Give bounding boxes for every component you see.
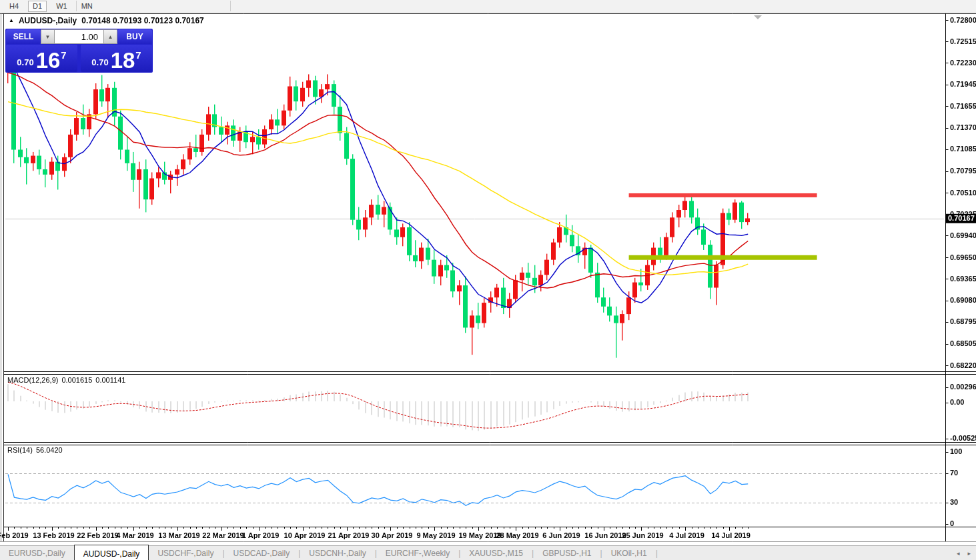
buy-price-pips: 18 — [111, 50, 135, 71]
buy-price-prefix: 0.70 — [91, 57, 108, 67]
chart-tabs: EURUSD-,DailyAUDUSD-,DailyUSDCHF-,Daily|… — [0, 546, 658, 560]
chart-canvas[interactable] — [0, 0, 976, 560]
tabs-scroll-left-button[interactable]: ◂ — [957, 550, 960, 557]
buy-button[interactable]: BUY — [117, 29, 152, 44]
tab-audusd-daily[interactable]: AUDUSD-,Daily — [74, 545, 149, 560]
timeframe-button-w1[interactable]: W1 — [51, 1, 72, 12]
volume-increase-button[interactable]: ▲ — [103, 29, 117, 44]
timeframe-button-mn[interactable]: MN — [77, 1, 97, 12]
tab-xauusd-m15[interactable]: XAUUSD-,M15 — [460, 546, 532, 560]
tab-eurchf-weekly[interactable]: EURCHF-,Weekly — [377, 546, 458, 560]
tab-eurusd-daily[interactable]: EURUSD-,Daily — [0, 546, 74, 560]
sell-price-point: 7 — [61, 49, 66, 61]
rsi-indicator-label: RSI(14)56.0420 — [7, 446, 66, 454]
rsi-value: 56.0420 — [36, 446, 63, 454]
sell-price-prefix: 0.70 — [17, 57, 33, 67]
timeframe-button-d1[interactable]: D1 — [28, 1, 47, 12]
rsi-name: RSI(14) — [7, 446, 33, 454]
tab-usdchf-daily[interactable]: USDCHF-,Daily — [149, 546, 222, 560]
macd-indicator-label: MACD(12,26,9)0.0016150.001141 — [7, 376, 129, 384]
tab-usdcad-daily[interactable]: USDCAD-,Daily — [225, 546, 299, 560]
timeframe-button-h4[interactable]: H4 — [5, 1, 23, 12]
one-click-trade-panel: SELL ▼ 1.00 ▲ BUY 0.70 16 7 0.70 18 7 — [5, 29, 153, 73]
volume-decrease-button[interactable]: ▼ — [41, 29, 55, 44]
toolbar-separator — [230, 1, 231, 11]
sell-price-pips: 16 — [36, 50, 61, 71]
toolbar-separator — [76, 1, 77, 11]
collapse-triangle-icon[interactable]: ▲ — [9, 17, 14, 24]
timeframe-toolbar: H4D1W1MN — [0, 0, 976, 13]
chart-tab-bar: EURUSD-,DailyAUDUSD-,DailyUSDCHF-,Daily|… — [0, 545, 976, 560]
symbol-ohlc-values: 0.70148 0.70193 0.70123 0.70167 — [81, 16, 204, 25]
tabs-scroll-right-button[interactable]: ▸ — [967, 550, 971, 557]
chart-title: ▲ AUDUSD-,Daily 0.70148 0.70193 0.70123 … — [9, 16, 204, 25]
timeframe-toolbar-buttons: H4D1W1MN — [0, 1, 97, 12]
sell-price-display[interactable]: 0.70 16 7 — [6, 45, 77, 72]
sell-button[interactable]: SELL — [6, 29, 41, 44]
buy-price-display[interactable]: 0.70 18 7 — [81, 45, 152, 72]
tab-usdcnh-daily[interactable]: USDCNH-,Daily — [300, 546, 374, 560]
tab-separator: | — [656, 546, 658, 560]
macd-signal-value: 0.001141 — [95, 376, 125, 384]
macd-name: MACD(12,26,9) — [7, 376, 58, 384]
tab-gbpusd-h1[interactable]: GBPUSD-,H1 — [534, 546, 600, 560]
macd-main-value: 0.001615 — [61, 376, 92, 384]
chevron-down-icon: ▼ — [45, 34, 51, 40]
tab-ukoil-h1[interactable]: UKOil-,H1 — [602, 546, 656, 560]
buy-price-point: 7 — [135, 49, 141, 61]
chevron-up-icon: ▲ — [108, 34, 113, 40]
volume-input[interactable]: 1.00 — [55, 29, 103, 44]
symbol-name: AUDUSD-,Daily — [19, 16, 77, 25]
